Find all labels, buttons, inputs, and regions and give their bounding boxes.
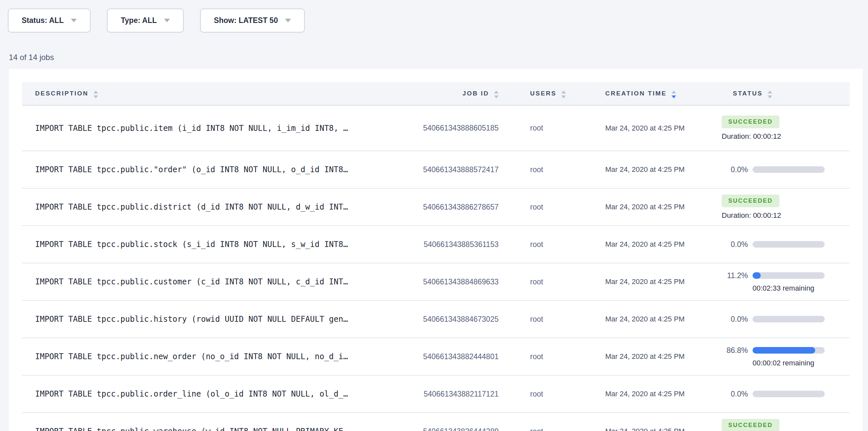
table-header-row: DESCRIPTIONJOB IDUSERSCREATION TIMESTATU… [22,82,849,105]
show-filter-label: Show: LATEST 50 [214,16,278,25]
status-badge: SUCCEEDED [722,419,779,431]
user-cell: root [499,352,577,361]
column-header-job-id[interactable]: JOB ID [400,90,499,97]
progress-line: 0.0% [695,165,849,174]
user-cell: root [499,124,577,132]
creation-time-cell: Mar 24, 2020 at 4:25 PM [577,203,695,211]
progress-line: 0.0% [695,315,849,324]
status-badge: SUCCEEDED [722,194,779,207]
status-filter-dropdown[interactable]: Status: ALL [8,8,91,32]
table-row: IMPORT TABLE tpcc.public.new_order (no_o… [22,338,849,376]
duration-label: Duration: 00:00:12 [722,132,849,141]
jobs-table: DESCRIPTIONJOB IDUSERSCREATION TIMESTATU… [22,82,849,431]
status-cell: SUCCEEDEDDuration: 00:00:12 [695,190,849,224]
job-description-cell: IMPORT TABLE tpcc.public.history (rowid … [22,314,400,324]
progress-bar [752,391,825,397]
status-cell: 0.0% [695,161,849,179]
job-id-cell: 540661343888572417 [400,165,499,174]
creation-time-cell: Mar 24, 2020 at 4:25 PM [577,427,695,431]
percent-label: 0.0% [695,390,748,399]
progress-line: 11.2% [695,271,849,280]
job-description-cell: IMPORT TABLE tpcc.public."order" (o_id I… [22,165,400,174]
type-filter-label: Type: ALL [121,16,157,25]
progress-bar [752,166,825,173]
user-cell: root [499,240,577,249]
column-header-status[interactable]: STATUS [695,90,849,97]
job-id-cell: 540661343882117121 [400,390,499,399]
sort-up-icon [561,91,566,93]
sort-up-icon [93,91,98,93]
filters-bar: Status: ALL Type: ALL Show: LATEST 50 [0,0,868,32]
progress-bar [752,272,825,279]
user-cell: root [499,277,577,286]
user-cell: root [499,427,577,431]
table-body: IMPORT TABLE tpcc.public.item (i_id INT8… [22,105,849,431]
column-header-label: DESCRIPTION [35,90,89,97]
status-filter-label: Status: ALL [22,16,64,25]
creation-time-cell: Mar 24, 2020 at 4:25 PM [577,165,695,174]
user-cell: root [499,390,577,399]
job-id-cell: 540661343826444289 [400,427,499,431]
status-cell: SUCCEEDEDDuration: 00:00:12 [695,111,849,145]
job-description-cell: IMPORT TABLE tpcc.public.stock (s_i_id I… [22,240,400,249]
sort-up-icon [768,91,772,93]
table-row: IMPORT TABLE tpcc.public.history (rowid … [22,301,849,338]
table-row: IMPORT TABLE tpcc.public.warehouse (w_id… [22,413,849,431]
column-header-label: STATUS [733,90,763,97]
job-description-cell: IMPORT TABLE tpcc.public.customer (c_id … [22,277,400,286]
sort-icons [768,91,772,98]
status-cell: 86.8%00:00:02 remaining [695,341,849,372]
column-header-description[interactable]: DESCRIPTION [22,90,400,97]
table-row: IMPORT TABLE tpcc.public.stock (s_i_id I… [22,226,849,264]
sort-icons [93,91,98,98]
remaining-label: 00:00:02 remaining [752,359,849,367]
chevron-down-icon [164,19,170,22]
sort-down-icon [561,95,566,98]
table-row: IMPORT TABLE tpcc.public.item (i_id INT8… [22,105,849,151]
chevron-down-icon [285,19,291,22]
creation-time-cell: Mar 24, 2020 at 4:25 PM [577,240,695,249]
creation-time-cell: Mar 24, 2020 at 4:25 PM [577,390,695,398]
table-row: IMPORT TABLE tpcc.public.customer (c_id … [22,264,849,301]
job-description-cell: IMPORT TABLE tpcc.public.new_order (no_o… [22,352,400,361]
sort-down-icon [768,95,772,98]
user-cell: root [499,165,577,174]
percent-label: 0.0% [695,240,748,249]
column-header-label: CREATION TIME [605,90,666,97]
creation-time-cell: Mar 24, 2020 at 4:25 PM [577,277,695,286]
progress-fill [752,347,815,353]
remaining-label: 00:02:33 remaining [752,284,849,293]
jobs-page: Status: ALL Type: ALL Show: LATEST 50 14… [0,0,868,431]
column-header-label: USERS [530,90,556,97]
status-cell: 11.2%00:02:33 remaining [695,267,849,297]
jobs-table-card: DESCRIPTIONJOB IDUSERSCREATION TIMESTATU… [9,69,863,431]
user-cell: root [499,203,577,212]
chevron-down-icon [71,19,77,22]
sort-up-icon [494,91,499,93]
status-cell: SUCCEEDEDDuration: 00:00:08 [695,414,849,431]
sort-icons [494,91,499,98]
jobs-count-label: 14 of 14 jobs [9,53,868,62]
column-header-users[interactable]: USERS [499,90,577,97]
show-filter-dropdown[interactable]: Show: LATEST 50 [200,8,305,32]
job-id-cell: 540661343888605185 [400,124,499,132]
column-header-creation-time[interactable]: CREATION TIME [577,90,695,97]
job-description-cell: IMPORT TABLE tpcc.public.order_line (ol_… [22,389,400,399]
status-cell: 0.0% [695,385,849,403]
creation-time-cell: Mar 24, 2020 at 4:25 PM [577,352,695,361]
status-badge: SUCCEEDED [722,116,779,128]
sort-icons [672,91,676,98]
progress-bar [752,347,825,353]
job-id-cell: 540661343884869633 [400,277,499,286]
creation-time-cell: Mar 24, 2020 at 4:25 PM [577,124,695,132]
percent-label: 0.0% [695,165,748,174]
duration-label: Duration: 00:00:12 [722,211,849,220]
sort-down-icon [672,95,676,98]
column-header-label: JOB ID [463,90,489,97]
table-row: IMPORT TABLE tpcc.public."order" (o_id I… [22,151,849,189]
progress-line: 0.0% [695,390,849,399]
percent-label: 11.2% [695,271,748,280]
progress-line: 0.0% [695,240,849,249]
progress-fill [752,272,761,279]
type-filter-dropdown[interactable]: Type: ALL [107,8,184,32]
